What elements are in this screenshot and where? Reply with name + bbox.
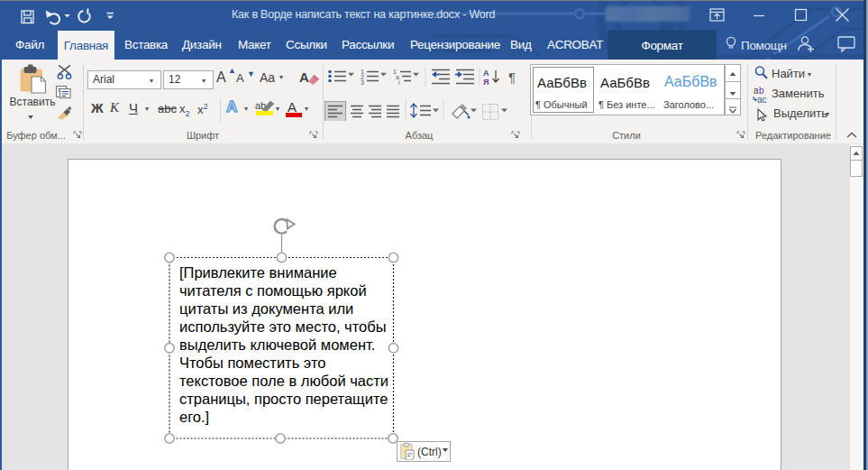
svg-text:Я: Я [483, 78, 489, 87]
svg-text:А: А [483, 69, 489, 78]
svg-text:3: 3 [361, 79, 364, 86]
svg-text:i: i [398, 79, 400, 86]
svg-text:ac: ac [757, 95, 767, 105]
svg-text:¶: ¶ [508, 69, 516, 85]
